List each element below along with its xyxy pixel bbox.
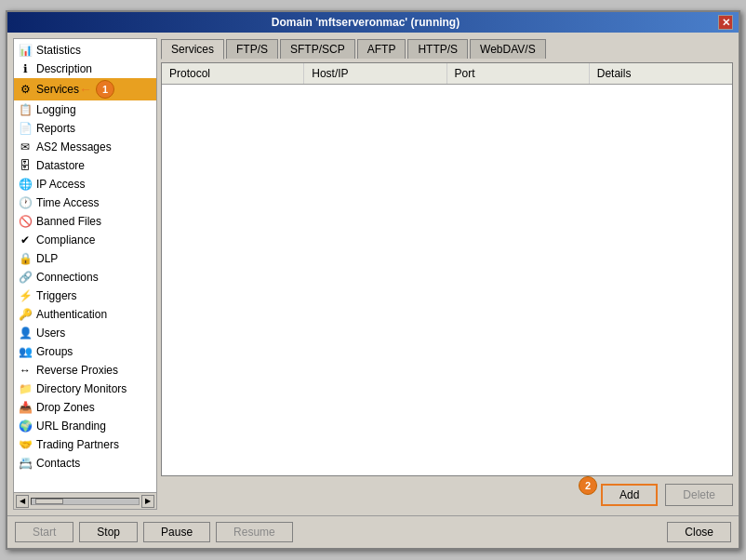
table-body (162, 85, 732, 475)
sidebar-item-services[interactable]: ⚙Services ←1 (14, 78, 156, 100)
close-window-button[interactable]: Close (667, 522, 731, 542)
log-icon: 📋 (18, 102, 33, 117)
message-icon: ✉ (18, 140, 33, 154)
sidebar-items: 📊StatisticsℹDescription⚙Services ←1📋Logg… (14, 39, 156, 492)
sidebar-item-label-dlp: DLP (36, 252, 58, 265)
sidebar-item-label-triggers: Triggers (36, 289, 77, 302)
sidebar-item-label-bannedfiles: Banned Files (36, 215, 101, 228)
start-button[interactable]: Start (15, 522, 73, 542)
sidebar-item-label-dropzones: Drop Zones (36, 401, 95, 414)
dlp-icon: 🔒 (18, 251, 33, 266)
main-panel: ServicesFTP/SSFTP/SCPAFTPHTTP/SWebDAV/S … (161, 38, 733, 510)
annotation-badge-1: 1 (96, 80, 114, 99)
pause-button[interactable]: Pause (143, 522, 210, 542)
sidebar: 📊StatisticsℹDescription⚙Services ←1📋Logg… (13, 38, 157, 510)
sidebar-item-bannedfiles[interactable]: 🚫Banned Files (14, 212, 156, 231)
sidebar-item-users[interactable]: 👤Users (14, 324, 156, 342)
sidebar-item-as2messages[interactable]: ✉AS2 Messages (14, 138, 156, 156)
sidebar-item-label-contacts: Contacts (36, 457, 80, 470)
sidebar-item-label-compliance: Compliance (36, 233, 95, 247)
sidebar-item-timeaccess[interactable]: 🕐Time Access (14, 193, 156, 212)
scroll-thumb[interactable] (35, 499, 63, 504)
sidebar-item-dropzones[interactable]: 📥Drop Zones (14, 398, 156, 417)
sidebar-item-triggers[interactable]: ⚡Triggers (14, 287, 156, 305)
scroll-left-btn[interactable]: ◀ (16, 495, 29, 508)
partner-icon: 🤝 (18, 437, 33, 452)
sidebar-item-label-connections: Connections (36, 271, 99, 284)
compliance-icon: ✔ (18, 233, 33, 247)
sidebar-scrollbar: ◀ ▶ (14, 492, 156, 509)
tab-https[interactable]: HTTP/S (407, 39, 468, 59)
bottom-left-buttons: Start Stop Pause Resume (15, 522, 293, 542)
sidebar-item-label-users: Users (36, 327, 65, 340)
sidebar-item-groups[interactable]: 👥Groups (14, 342, 156, 361)
sidebar-item-label-as2messages: AS2 Messages (36, 140, 112, 153)
info-icon: ℹ (18, 61, 33, 76)
banned-icon: 🚫 (18, 214, 33, 229)
users-icon: 👤 (18, 326, 33, 340)
action-buttons: 2Add Delete (161, 480, 733, 510)
sidebar-item-urlbranding[interactable]: 🌍URL Branding (14, 417, 156, 435)
sidebar-item-reverseproxies[interactable]: ↔Reverse Proxies (14, 361, 156, 380)
sidebar-item-ipaccess[interactable]: 🌐IP Access (14, 175, 156, 193)
url-icon: 🌍 (18, 419, 33, 433)
time-icon: 🕐 (18, 195, 33, 210)
reports-icon: 📄 (18, 121, 33, 136)
sidebar-item-logging[interactable]: 📋Logging (14, 100, 156, 119)
dir-icon: 📁 (18, 381, 33, 396)
sidebar-item-reports[interactable]: 📄Reports (14, 119, 156, 138)
services-icon: ⚙ (18, 82, 33, 97)
column-header-hostip: Host/IP (304, 63, 446, 84)
sidebar-item-label-description: Description (36, 62, 92, 75)
sidebar-item-label-ipaccess: IP Access (36, 178, 85, 191)
sidebar-item-label-urlbranding: URL Branding (36, 420, 106, 433)
sidebar-item-label-logging: Logging (36, 103, 76, 116)
drop-icon: 📥 (18, 400, 33, 415)
arrow-annotation: ← (79, 82, 92, 97)
sidebar-item-directorymonitors[interactable]: 📁Directory Monitors (14, 380, 156, 398)
connections-icon: 🔗 (18, 270, 33, 285)
groups-icon: 👥 (18, 344, 33, 359)
sidebar-item-authentication[interactable]: 🔑Authentication (14, 305, 156, 324)
sidebar-item-label-reverseproxies: Reverse Proxies (36, 364, 118, 377)
scroll-track (31, 498, 140, 505)
sidebar-item-label-tradingpartners: Trading Partners (36, 438, 119, 451)
close-button[interactable]: ✕ (718, 15, 733, 30)
sidebar-item-label-groups: Groups (36, 345, 73, 358)
tab-webdavs[interactable]: WebDAV/S (470, 39, 546, 59)
sidebar-item-dlp[interactable]: 🔒DLP (14, 249, 156, 268)
window-title: Domain 'mftserveronmac' (running) (13, 16, 718, 29)
resume-button[interactable]: Resume (216, 522, 293, 542)
proxy-icon: ↔ (18, 363, 33, 378)
sidebar-item-label-directorymonitors: Directory Monitors (36, 382, 127, 395)
bottom-bar: Start Stop Pause Resume Close (7, 515, 739, 548)
main-window: Domain 'mftserveronmac' (running) ✕ 📊Sta… (6, 10, 740, 550)
panel-content: ProtocolHost/IPPortDetails (161, 62, 733, 476)
trigger-icon: ⚡ (18, 288, 33, 303)
tab-services[interactable]: Services (161, 39, 224, 60)
table-header: ProtocolHost/IPPortDetails (162, 63, 732, 85)
sidebar-item-description[interactable]: ℹDescription (14, 60, 156, 78)
stop-button[interactable]: Stop (79, 522, 138, 542)
tab-ftps[interactable]: FTP/S (226, 39, 278, 59)
column-header-port: Port (447, 63, 590, 84)
sidebar-item-label-timeaccess: Time Access (36, 196, 100, 209)
content-area: 📊StatisticsℹDescription⚙Services ←1📋Logg… (7, 33, 739, 515)
sidebar-item-label-datastore: Datastore (36, 159, 85, 172)
tab-aftp[interactable]: AFTP (357, 39, 406, 59)
sidebar-item-connections[interactable]: 🔗Connections (14, 268, 156, 287)
sidebar-item-contacts[interactable]: 📇Contacts (14, 454, 156, 473)
delete-button[interactable]: Delete (665, 484, 733, 506)
auth-icon: 🔑 (18, 307, 33, 322)
scroll-right-btn[interactable]: ▶ (141, 495, 154, 508)
tabs-bar: ServicesFTP/SSFTP/SCPAFTPHTTP/SWebDAV/S (161, 38, 733, 59)
sidebar-item-datastore[interactable]: 🗄Datastore (14, 156, 156, 175)
add-button[interactable]: Add (601, 484, 658, 506)
tab-sftpscp[interactable]: SFTP/SCP (280, 39, 355, 59)
column-header-protocol: Protocol (162, 63, 304, 84)
sidebar-item-compliance[interactable]: ✔Compliance (14, 231, 156, 249)
sidebar-item-label-statistics: Statistics (36, 44, 81, 57)
sidebar-item-tradingpartners[interactable]: 🤝Trading Partners (14, 435, 156, 454)
chart-icon: 📊 (18, 43, 33, 58)
sidebar-item-statistics[interactable]: 📊Statistics (14, 41, 156, 60)
